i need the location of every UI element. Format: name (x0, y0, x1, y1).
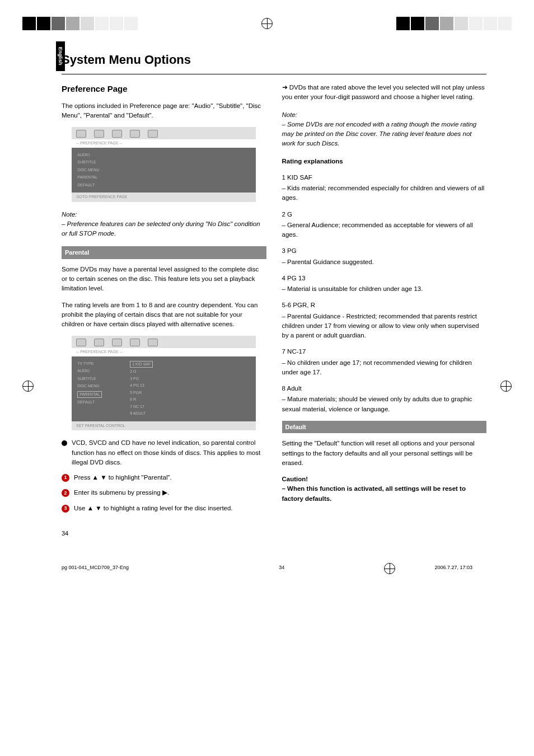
page-title: System Menu Options (62, 53, 486, 67)
menu-subitem: 4 PG 13 (130, 383, 153, 389)
menu-item: SUBTITLE (77, 159, 99, 166)
left-column: Preference Page The options included in … (62, 83, 266, 519)
page-number: 34 (62, 530, 486, 537)
step-number-3: 3 (62, 505, 69, 513)
note-text: – Preference features can be selected on… (62, 219, 266, 239)
menu-item: DEFAULT (77, 182, 99, 189)
menu-subitem: 3 PG (130, 376, 153, 382)
rating-name: 2 G (282, 210, 487, 219)
footer-left: pg 001-041_MCD709_37-Eng (62, 565, 129, 570)
menu-tab-icon (130, 339, 140, 346)
menu-subitem: 8 ADULT (130, 411, 153, 417)
menu-item: AUDIO (77, 368, 102, 374)
menu-item: AUDIO (77, 152, 99, 158)
menu-footer: GOTO PREFERENCE PAGE (72, 192, 256, 202)
caution-label: Caution! (282, 475, 487, 484)
menu-tab-icon (148, 339, 158, 346)
note-label: Note: (62, 210, 266, 219)
default-text: Setting the "Default" function will rese… (282, 439, 487, 468)
menu-tab-icon (112, 130, 122, 138)
rating-name: 5-6 PGR, R (282, 300, 487, 310)
crosshair-top (261, 18, 273, 29)
marker-bar-left (22, 17, 138, 30)
rating-name: 8 Adult (282, 384, 487, 393)
parental-text-1: Some DVDs may have a parental level assi… (62, 265, 266, 294)
menu-tab-icon (130, 130, 140, 138)
step-1-text: Press ▲ ▼ to highlight "Parental". (74, 473, 172, 482)
menu-tab-icon (76, 130, 86, 138)
preference-screenshot-2: -- PREFERENCE PAGE -- TV TYPE AUDIO SUBT… (72, 336, 256, 430)
rating-name: 3 PG (282, 246, 487, 256)
rating-desc: – Parental Guidance suggested. (282, 257, 487, 267)
menu-item: DEFAULT (77, 400, 102, 406)
menu-subitem-selected: 1 KID SAF (130, 361, 153, 368)
menu-tab-icon (94, 130, 104, 138)
language-tab: English (56, 41, 65, 71)
bullet-step-text: VCD, SVCD and CD have no level indicatio… (72, 438, 266, 467)
menu-item: DISC MENU (77, 167, 99, 173)
preference-heading: Preference Page (62, 83, 266, 96)
menu-tab-icon (148, 130, 158, 138)
menu-item: DISC MENU (77, 383, 102, 389)
menu-subitem: 5 PGR (130, 390, 153, 396)
default-heading-bar: Default (282, 421, 487, 434)
note-text-2: – Some DVDs are not encoded with a ratin… (282, 120, 487, 149)
menu-footer: SET PARENTAL CONTROL (72, 421, 256, 431)
menu-tab-icon (76, 339, 86, 346)
step-number-1: 1 (62, 474, 69, 482)
menu-banner: -- PREFERENCE PAGE -- (72, 139, 256, 148)
note-label-2: Note: (282, 110, 487, 120)
footer-center: 34 (279, 565, 284, 570)
menu-subitem: 7 NC 17 (130, 404, 153, 410)
menu-tab-icon (112, 339, 122, 346)
rating-desc: – Kids material; recommended especially … (282, 184, 487, 203)
rating-desc: – Material is unsuitable for children un… (282, 284, 487, 294)
step-number-2: 2 (62, 489, 69, 497)
rating-name: 4 PG 13 (282, 274, 487, 283)
rating-desc: – No children under age 17; not recommen… (282, 358, 487, 378)
menu-item: PARENTAL (77, 175, 99, 181)
registration-marks-top (0, 0, 534, 41)
menu-subitem: 2 G (130, 369, 153, 375)
menu-item-selected: PARENTAL (77, 391, 102, 398)
step-2-text: Enter its submenu by pressing ▶. (74, 488, 169, 497)
footer-right: 2006.7.27, 17:03 (434, 565, 472, 570)
menu-banner: -- PREFERENCE PAGE -- (72, 348, 256, 356)
caution-text: – When this function is activated, all s… (282, 484, 487, 504)
preference-intro: The options included in Preference page … (62, 101, 266, 121)
crosshair-bottom (384, 563, 395, 574)
menu-tab-icon (94, 339, 104, 346)
right-column: ➜ DVDs that are rated above the level yo… (282, 83, 487, 519)
title-rule (62, 74, 486, 74)
rating-name: 7 NC-17 (282, 347, 487, 356)
footer-meta: pg 001-041_MCD709_37-Eng 34 2006.7.27, 1… (0, 548, 534, 581)
marker-bar-right (396, 17, 512, 30)
parental-text-2: The rating levels are from 1 to 8 and ar… (62, 300, 266, 330)
menu-item: TV TYPE (77, 361, 102, 367)
parental-heading-bar: Parental (62, 246, 266, 259)
bullet-icon (62, 440, 67, 446)
rating-desc: – General Audience; recommended as accep… (282, 220, 487, 240)
step-3-text: Use ▲ ▼ to highlight a rating level for … (74, 504, 233, 513)
crosshair-right (500, 381, 512, 392)
arrow-result-text: ➜ DVDs that are rated above the level yo… (282, 83, 487, 102)
rating-desc: – Parental Guidance - Restricted; recomm… (282, 312, 487, 341)
menu-subitem: 6 R (130, 397, 153, 403)
preference-screenshot-1: -- PREFERENCE PAGE -- AUDIO SUBTITLE DIS… (72, 127, 256, 202)
rating-name: 1 KID SAF (282, 173, 487, 182)
rating-desc: – Mature materials; should be viewed onl… (282, 395, 487, 414)
rating-explanations-heading: Rating explanations (282, 157, 487, 166)
menu-item: SUBTITLE (77, 376, 102, 382)
crosshair-left (22, 381, 34, 392)
